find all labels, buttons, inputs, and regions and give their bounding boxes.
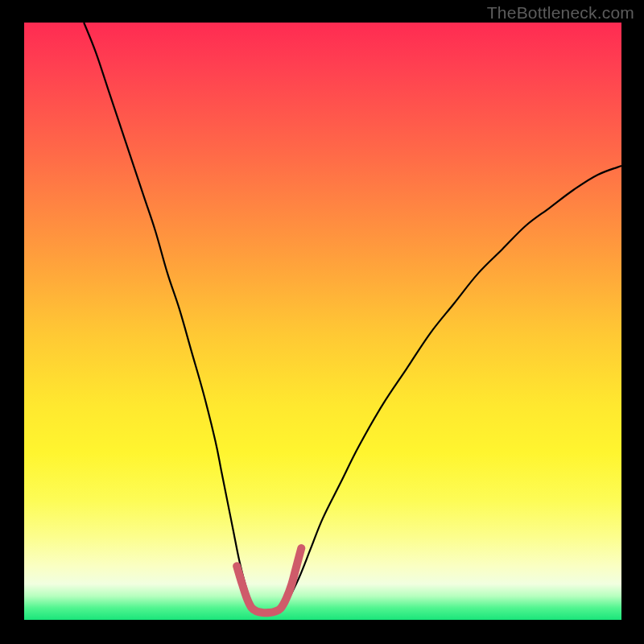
- chart-canvas: [24, 23, 621, 620]
- chart-svg: [24, 23, 621, 620]
- watermark-text: TheBottleneck.com: [487, 3, 634, 23]
- outer-frame: TheBottleneck.com: [0, 0, 644, 644]
- bottleneck-curve: [84, 23, 621, 614]
- optimal-zone-marker: [237, 548, 301, 613]
